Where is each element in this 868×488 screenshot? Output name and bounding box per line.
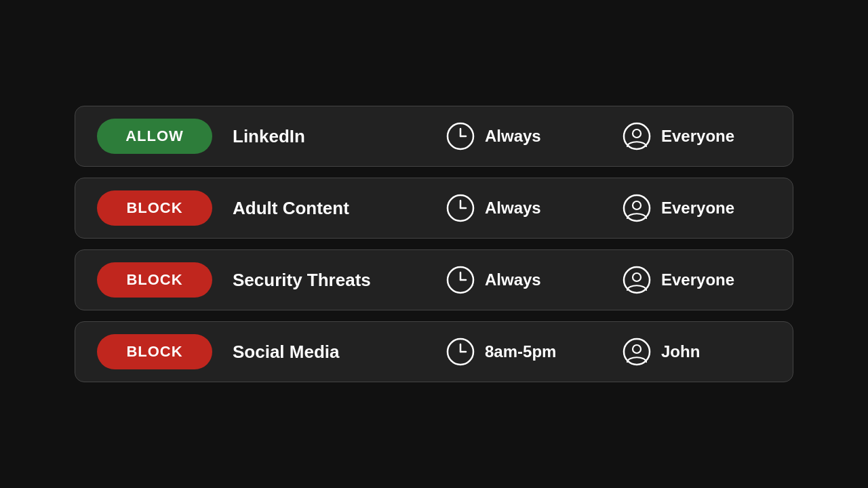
audience-text-1: Everyone (661, 127, 734, 146)
rule-name-1: LinkedIn (212, 126, 446, 147)
clock-icon-3 (446, 265, 475, 295)
rule-card-3[interactable]: BLOCK Security Threats Always Eve (75, 249, 793, 310)
action-badge-4: BLOCK (97, 334, 212, 369)
audience-text-4: John (661, 342, 700, 361)
schedule-text-1: Always (485, 127, 541, 146)
schedule-meta-1: Always (446, 121, 595, 151)
schedule-text-4: 8am-5pm (485, 342, 556, 361)
schedule-meta-3: Always (446, 265, 595, 295)
rules-list: ALLOW LinkedIn Always Everyone (75, 106, 793, 382)
svg-point-9 (633, 201, 641, 209)
rule-card-2[interactable]: BLOCK Adult Content Always Everyo (75, 178, 793, 239)
rule-card-4[interactable]: BLOCK Social Media 8am-5pm John (75, 321, 793, 382)
user-icon-2 (622, 193, 652, 223)
svg-point-19 (633, 345, 641, 353)
schedule-meta-4: 8am-5pm (446, 337, 595, 367)
action-badge-1: ALLOW (97, 119, 212, 154)
rule-name-4: Social Media (212, 342, 446, 363)
audience-meta-2: Everyone (622, 193, 771, 223)
svg-point-4 (633, 129, 641, 138)
audience-meta-3: Everyone (622, 265, 771, 295)
audience-meta-1: Everyone (622, 121, 771, 151)
audience-meta-4: John (622, 337, 771, 367)
user-icon-1 (622, 121, 652, 151)
user-icon-3 (622, 265, 652, 295)
rule-name-2: Adult Content (212, 198, 446, 219)
clock-icon-1 (446, 121, 475, 151)
schedule-text-2: Always (485, 199, 541, 218)
rule-card-1[interactable]: ALLOW LinkedIn Always Everyone (75, 106, 793, 167)
svg-point-14 (633, 273, 641, 281)
clock-icon-4 (446, 337, 475, 367)
action-badge-3: BLOCK (97, 262, 212, 298)
schedule-meta-2: Always (446, 193, 595, 223)
rule-name-3: Security Threats (212, 270, 446, 291)
audience-text-2: Everyone (661, 199, 734, 218)
audience-text-3: Everyone (661, 270, 734, 289)
action-badge-2: BLOCK (97, 190, 212, 226)
schedule-text-3: Always (485, 270, 541, 289)
clock-icon-2 (446, 193, 475, 223)
user-icon-4 (622, 337, 652, 367)
